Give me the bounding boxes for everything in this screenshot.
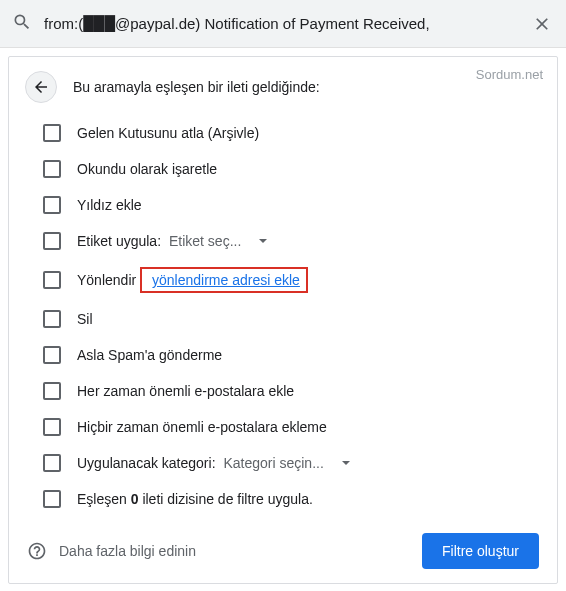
- label-always-important: Her zaman önemli e-postalara ekle: [77, 383, 294, 399]
- checkbox-always-important[interactable]: [43, 382, 61, 400]
- checkbox-apply-label[interactable]: [43, 232, 61, 250]
- label-dropdown[interactable]: Etiket seç...: [169, 233, 267, 249]
- checkbox-never-spam[interactable]: [43, 346, 61, 364]
- option-skip-inbox: Gelen Kutusunu atla (Arşivle): [31, 115, 557, 151]
- option-delete: Sil: [31, 301, 557, 337]
- label-delete: Sil: [77, 311, 93, 327]
- option-mark-read: Okundu olarak işaretle: [31, 151, 557, 187]
- filter-panel: Sordum.net Bu aramayla eşleşen bir ileti…: [8, 56, 558, 584]
- checkbox-mark-read[interactable]: [43, 160, 61, 178]
- learn-more-text: Daha fazla bilgi edinin: [59, 543, 196, 559]
- panel-title: Bu aramayla eşleşen bir ileti geldiğinde…: [73, 79, 320, 95]
- label-also-apply: Eşleşen 0 ileti dizisine de filtre uygul…: [77, 491, 313, 507]
- option-never-important: Hiçbir zaman önemli e-postalara ekleme: [31, 409, 557, 445]
- label-star: Yıldız ekle: [77, 197, 142, 213]
- search-bar: [0, 0, 566, 48]
- learn-more-link[interactable]: Daha fazla bilgi edinin: [27, 541, 196, 561]
- clear-search-button[interactable]: [530, 12, 554, 36]
- label-never-important: Hiçbir zaman önemli e-postalara ekleme: [77, 419, 327, 435]
- add-forward-address-link[interactable]: yönlendirme adresi ekle: [152, 272, 300, 288]
- label-forward: Yönlendir yönlendirme adresi ekle: [77, 267, 308, 293]
- label-never-spam: Asla Spam'a gönderme: [77, 347, 222, 363]
- checkbox-delete[interactable]: [43, 310, 61, 328]
- back-button[interactable]: [25, 71, 57, 103]
- checkbox-skip-inbox[interactable]: [43, 124, 61, 142]
- search-input[interactable]: [44, 15, 518, 32]
- checkbox-forward[interactable]: [43, 271, 61, 289]
- watermark: Sordum.net: [476, 67, 543, 82]
- label-category: Uygulanacak kategori: Kategori seçin...: [77, 455, 350, 471]
- search-icon: [12, 12, 32, 35]
- option-also-apply: Eşleşen 0 ileti dizisine de filtre uygul…: [31, 481, 557, 517]
- option-forward: Yönlendir yönlendirme adresi ekle: [31, 259, 557, 301]
- option-always-important: Her zaman önemli e-postalara ekle: [31, 373, 557, 409]
- label-mark-read: Okundu olarak işaretle: [77, 161, 217, 177]
- chevron-down-icon: [259, 239, 267, 243]
- option-never-spam: Asla Spam'a gönderme: [31, 337, 557, 373]
- category-dropdown[interactable]: Kategori seçin...: [223, 455, 349, 471]
- checkbox-star[interactable]: [43, 196, 61, 214]
- option-star: Yıldız ekle: [31, 187, 557, 223]
- label-apply-label: Etiket uygula: Etiket seç...: [77, 233, 267, 249]
- create-filter-button[interactable]: Filtre oluştur: [422, 533, 539, 569]
- panel-header: Bu aramayla eşleşen bir ileti geldiğinde…: [9, 57, 557, 111]
- checkbox-also-apply[interactable]: [43, 490, 61, 508]
- option-apply-label: Etiket uygula: Etiket seç...: [31, 223, 557, 259]
- option-category: Uygulanacak kategori: Kategori seçin...: [31, 445, 557, 481]
- checkbox-never-important[interactable]: [43, 418, 61, 436]
- chevron-down-icon: [342, 461, 350, 465]
- options-list: Gelen Kutusunu atla (Arşivle) Okundu ola…: [9, 111, 557, 517]
- checkbox-category[interactable]: [43, 454, 61, 472]
- highlight-annotation: yönlendirme adresi ekle: [140, 267, 308, 293]
- panel-footer: Daha fazla bilgi edinin Filtre oluştur: [9, 519, 557, 583]
- label-skip-inbox: Gelen Kutusunu atla (Arşivle): [77, 125, 259, 141]
- help-icon: [27, 541, 47, 561]
